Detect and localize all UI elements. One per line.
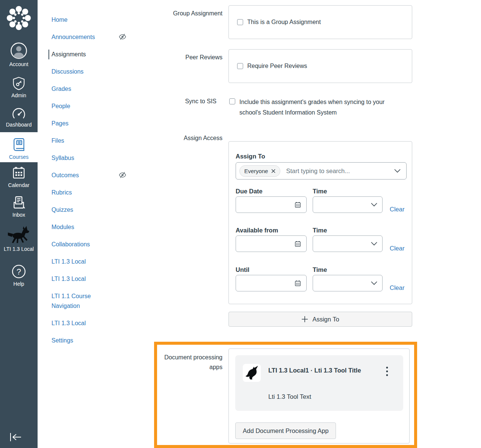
course-nav-item-outcomes[interactable]: Outcomes <box>51 170 127 180</box>
assign-to-combobox[interactable]: Everyone <box>236 162 407 180</box>
course-nav-link[interactable]: Discussions <box>51 67 83 77</box>
calendar-icon[interactable] <box>294 240 301 247</box>
dashboard-gauge-icon <box>11 106 26 120</box>
course-nav-item-grades[interactable]: Grades <box>51 84 127 94</box>
course-nav-item-rubrics[interactable]: Rubrics <box>51 188 127 198</box>
until-clear-link[interactable]: Clear <box>390 284 404 291</box>
course-nav-link-active[interactable]: Assignments <box>51 50 86 59</box>
course-navigation: Home Announcements Assignments Discussio… <box>38 0 130 448</box>
course-nav-item-pages[interactable]: Pages <box>51 119 127 128</box>
course-nav-item-syllabus[interactable]: Syllabus <box>51 153 127 163</box>
sync-to-sis-checkbox-row[interactable]: Include this assignment's grades when sy… <box>229 97 396 118</box>
course-nav-link[interactable]: Collaborations <box>51 240 90 249</box>
course-nav-item-collaborations[interactable]: Collaborations <box>51 240 127 249</box>
course-nav-link[interactable]: LTI 1.3 Local <box>51 274 86 284</box>
course-nav-link[interactable]: Grades <box>51 84 71 94</box>
available-from-date-input[interactable] <box>236 235 307 252</box>
due-time-select[interactable] <box>313 196 383 213</box>
until-time-select[interactable] <box>313 275 383 291</box>
course-nav-link[interactable]: Announcements <box>51 32 95 42</box>
hidden-eye-off-icon <box>118 33 127 41</box>
chevron-down-icon[interactable] <box>371 203 377 207</box>
available-from-clear-link[interactable]: Clear <box>390 245 404 252</box>
course-nav-item-lti-13-local-2[interactable]: LTI 1.3 Local <box>51 274 127 284</box>
available-from-label: Available from <box>236 227 278 234</box>
sidebar-item-label: Account <box>9 61 29 67</box>
course-nav-item-lti-11-course-navigation[interactable]: LTI 1.1 Course Navigation <box>51 291 127 311</box>
course-nav-link[interactable]: Modules <box>51 222 74 232</box>
sync-to-sis-checkbox[interactable] <box>229 98 235 104</box>
peer-reviews-checkbox-row[interactable]: Require Peer Reviews <box>237 63 307 69</box>
sidebar-item-calendar[interactable]: Calendar <box>0 165 38 188</box>
sidebar-item-courses[interactable]: Courses <box>0 132 38 162</box>
course-nav-link[interactable]: Quizzes <box>51 205 73 215</box>
course-nav-link[interactable]: People <box>51 101 70 111</box>
sidebar-item-label: Calendar <box>8 182 30 188</box>
due-date-group: Due Date Time <box>236 188 408 214</box>
available-from-group: Available from Time <box>236 227 408 253</box>
assignee-tag-everyone[interactable]: Everyone <box>239 165 280 177</box>
calendar-icon[interactable] <box>294 201 301 208</box>
app-options-kebab-menu[interactable] <box>385 366 389 377</box>
course-nav-item-files[interactable]: Files <box>51 136 127 146</box>
sidebar-item-label: LTI 1.3 Local <box>4 246 34 252</box>
course-nav-link[interactable]: Pages <box>51 119 68 128</box>
due-date-input[interactable] <box>236 196 307 213</box>
global-nav-sidebar: Account Admin Dashboard <box>0 0 38 448</box>
add-assign-to-button-label: Assign To <box>312 316 339 323</box>
sidebar-item-account[interactable]: Account <box>0 42 38 67</box>
until-time-label: Time <box>313 266 327 273</box>
kebab-dots-icon <box>386 367 388 376</box>
course-nav-item-home[interactable]: Home <box>51 15 127 25</box>
course-nav-item-discussions[interactable]: Discussions <box>51 67 127 77</box>
course-nav-link[interactable]: LTI 1.3 Local <box>51 257 86 267</box>
unicorn-icon <box>7 225 30 244</box>
available-from-time-select[interactable] <box>313 235 383 252</box>
sidebar-item-lti-13-local[interactable]: LTI 1.3 Local <box>0 225 38 252</box>
sync-to-sis-checkbox-label: Include this assignment's grades when sy… <box>239 97 396 118</box>
chevron-down-icon[interactable] <box>394 169 401 173</box>
course-nav-item-modules[interactable]: Modules <box>51 222 127 232</box>
hidden-eye-off-icon <box>118 171 127 179</box>
course-nav-item-settings[interactable]: Settings <box>51 336 127 345</box>
sidebar-item-admin[interactable]: Admin <box>0 76 38 98</box>
add-assign-to-button[interactable]: Assign To <box>228 312 412 327</box>
course-nav-link[interactable]: Files <box>51 136 64 146</box>
help-icon: ? <box>11 264 26 279</box>
assign-access-box: Assign To Everyone Due Date Time <box>228 141 412 304</box>
group-assignment-checkbox[interactable] <box>237 19 243 25</box>
calendar-icon[interactable] <box>294 280 301 287</box>
sidebar-item-inbox[interactable]: Inbox <box>0 195 38 218</box>
remove-tag-x-icon[interactable] <box>271 169 275 173</box>
course-nav-link[interactable]: Syllabus <box>51 153 74 163</box>
sidebar-item-dashboard[interactable]: Dashboard <box>0 106 38 128</box>
course-nav-link[interactable]: Settings <box>51 336 73 345</box>
course-nav-item-announcements[interactable]: Announcements <box>51 32 127 42</box>
course-nav-link[interactable]: Rubrics <box>51 188 72 198</box>
due-date-clear-link[interactable]: Clear <box>390 206 404 213</box>
collapse-sidebar-button[interactable] <box>8 431 23 443</box>
course-nav-link[interactable]: LTI 1.3 Local <box>51 318 86 328</box>
sidebar-item-label: Dashboard <box>6 122 32 128</box>
group-assignment-checkbox-row[interactable]: This is a Group Assignment <box>237 19 321 26</box>
sidebar-item-help[interactable]: ? Help <box>0 264 38 287</box>
until-date-input[interactable] <box>236 275 307 291</box>
assign-to-search-input[interactable] <box>285 167 389 175</box>
chevron-down-icon[interactable] <box>371 281 377 285</box>
course-nav-link[interactable]: Outcomes <box>51 170 79 180</box>
canvas-logo[interactable] <box>5 5 32 32</box>
course-nav-item-people[interactable]: People <box>51 101 127 111</box>
course-nav-item-assignments[interactable]: Assignments <box>48 50 124 59</box>
course-nav-item-lti-13-local-3[interactable]: LTI 1.3 Local <box>51 318 127 328</box>
course-nav-item-lti-13-local-1[interactable]: LTI 1.3 Local <box>51 257 127 267</box>
peer-reviews-checkbox[interactable] <box>237 63 243 69</box>
course-nav-link[interactable]: Home <box>51 15 68 25</box>
available-from-time-label: Time <box>313 227 327 234</box>
sidebar-item-label: Inbox <box>12 212 25 218</box>
chevron-down-icon[interactable] <box>371 242 377 246</box>
course-nav-item-quizzes[interactable]: Quizzes <box>51 205 127 215</box>
course-nav-link[interactable]: LTI 1.1 Course Navigation <box>51 291 112 311</box>
add-document-processing-app-button[interactable]: Add Document Processing App <box>235 422 336 439</box>
sidebar-item-label: Help <box>14 281 24 287</box>
until-label: Until <box>236 266 250 273</box>
